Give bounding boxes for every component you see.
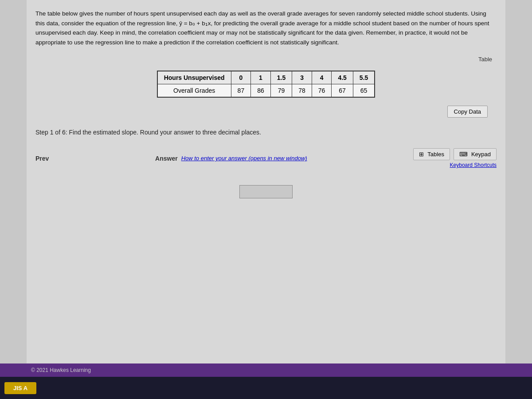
right-controls: Tables Keypad Keyboard Shortcuts	[413, 148, 497, 168]
grade-4: 76	[312, 84, 332, 98]
grade-3: 78	[292, 84, 312, 98]
footer: © 2021 Hawkes Learning	[0, 363, 532, 377]
answer-label: Answer	[155, 155, 178, 162]
taskbar-tab[interactable]: JIS A	[4, 382, 36, 394]
copy-data-button[interactable]: Copy Data	[447, 106, 488, 118]
problem-description: The table below gives the number of hour…	[35, 9, 497, 47]
col-header-3: 3	[292, 71, 312, 84]
grade-5-5: 65	[353, 84, 375, 98]
button-row: Tables Keypad	[413, 148, 497, 160]
col-header-4-5: 4.5	[332, 71, 353, 84]
col-header-1-5: 1.5	[270, 71, 292, 84]
row-label: Overall Grades	[157, 84, 231, 98]
grade-1-5: 79	[270, 84, 292, 98]
col-header-1: 1	[251, 71, 271, 84]
tables-label: Tables	[427, 151, 444, 158]
grade-1: 86	[251, 84, 271, 98]
nav-row: Prev Answer How to enter your answer (op…	[35, 145, 497, 172]
grade-4-5: 67	[332, 84, 353, 98]
grade-0: 87	[231, 84, 251, 98]
data-table-container: Hours Unsupervised 0 1 1.5 3 4 4.5 5.5 O…	[35, 71, 497, 98]
taskbar: JIS A	[0, 377, 532, 399]
keypad-button[interactable]: Keypad	[454, 148, 497, 160]
data-table: Hours Unsupervised 0 1 1.5 3 4 4.5 5.5 O…	[157, 71, 376, 98]
tables-icon	[419, 151, 425, 158]
table-row-headers: Hours Unsupervised 0 1 1.5 3 4 4.5 5.5	[157, 71, 375, 84]
table-row-data: Overall Grades 87 86 79 78 76 67 65	[157, 84, 375, 98]
tables-button[interactable]: Tables	[413, 148, 450, 160]
how-to-link[interactable]: How to enter your answer (opens in new w…	[181, 155, 307, 162]
keyboard-shortcuts-link[interactable]: Keyboard Shortcuts	[450, 162, 497, 168]
copyright-text: © 2021 Hawkes Learning	[31, 367, 91, 373]
prev-button[interactable]: Prev	[35, 155, 49, 162]
col-header-4: 4	[312, 71, 332, 84]
answer-input-area	[35, 185, 497, 198]
answer-row: Answer How to enter your answer (opens i…	[155, 155, 307, 162]
keypad-label: Keypad	[471, 151, 491, 158]
col-header-label: Hours Unsupervised	[157, 71, 231, 84]
table-label: Table	[35, 56, 497, 63]
col-header-0: 0	[231, 71, 251, 84]
step-text: Step 1 of 6: Find the estimated slope. R…	[35, 129, 497, 136]
col-header-5-5: 5.5	[353, 71, 375, 84]
keypad-icon	[459, 151, 469, 158]
answer-input-box[interactable]	[239, 185, 293, 198]
